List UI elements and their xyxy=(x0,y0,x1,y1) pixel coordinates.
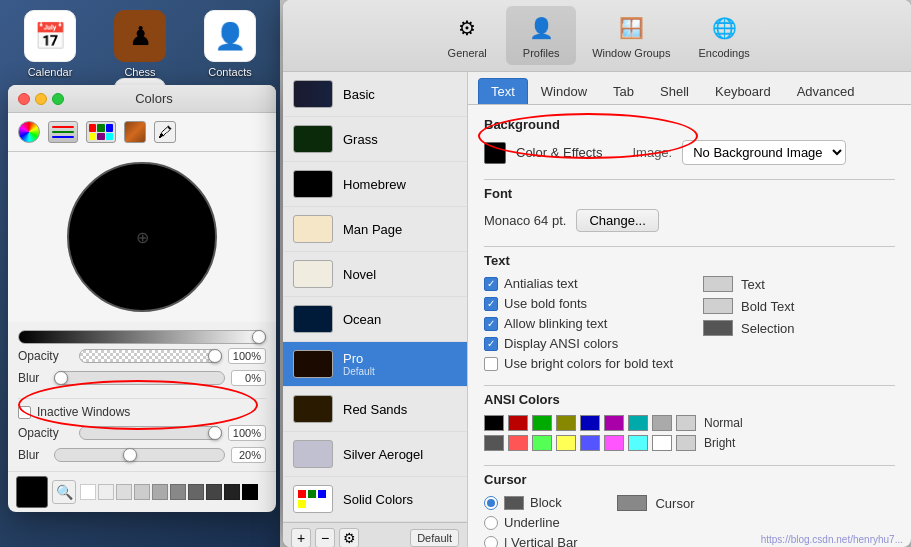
color-wheel-circle[interactable]: ⊕ xyxy=(67,162,217,312)
inactive-blur-thumb[interactable] xyxy=(123,448,137,462)
antialias-checkbox[interactable] xyxy=(484,277,498,291)
color-swatch[interactable] xyxy=(98,484,114,500)
main-slider-track[interactable] xyxy=(18,330,266,344)
image-palette-button[interactable] xyxy=(124,121,146,143)
close-button[interactable] xyxy=(18,93,30,105)
tab-general[interactable]: ⚙ General xyxy=(432,6,502,65)
ansi-bright-7[interactable] xyxy=(652,435,672,451)
profile-item-redsands[interactable]: Red Sands xyxy=(283,387,467,432)
add-profile-button[interactable]: + xyxy=(291,528,311,547)
blinking-label: Allow blinking text xyxy=(504,316,607,331)
bg-color-effects-label[interactable]: Color & Effects xyxy=(516,145,602,160)
ansi-checkbox[interactable] xyxy=(484,337,498,351)
color-swatch[interactable] xyxy=(188,484,204,500)
ansi-normal-8[interactable] xyxy=(676,415,696,431)
color-swatch[interactable] xyxy=(116,484,132,500)
blur-value: 0% xyxy=(231,370,266,386)
inactive-blur-label: Blur xyxy=(18,448,48,462)
settings-tab-advanced[interactable]: Advanced xyxy=(784,78,868,104)
tab-encodings[interactable]: 🌐 Encodings xyxy=(686,6,761,65)
ansi-normal-6[interactable] xyxy=(628,415,648,431)
color-swatches-grid xyxy=(80,484,268,500)
bright-checkbox[interactable] xyxy=(484,357,498,371)
ansi-bright-8[interactable] xyxy=(676,435,696,451)
ansi-bright-4[interactable] xyxy=(580,435,600,451)
ansi-normal-0[interactable] xyxy=(484,415,504,431)
profile-name-solidcolors: Solid Colors xyxy=(343,492,413,507)
profile-item-ocean[interactable]: Ocean xyxy=(283,297,467,342)
cursor-block-radio[interactable] xyxy=(484,496,498,510)
color-swatch[interactable] xyxy=(224,484,240,500)
opacity-slider-track[interactable] xyxy=(79,349,222,363)
cursor-vbar-radio[interactable] xyxy=(484,536,498,548)
ansi-normal-3[interactable] xyxy=(556,415,576,431)
font-section-title: Font xyxy=(484,186,895,201)
profile-item-silveraerogel[interactable]: Silver Aerogel xyxy=(283,432,467,477)
remove-profile-button[interactable]: − xyxy=(315,528,335,547)
crayon-button[interactable]: 🖍 xyxy=(154,121,176,143)
desktop-icon-contacts[interactable]: 👤 Contacts xyxy=(190,10,270,78)
profile-item-solidcolors[interactable]: Solid Colors xyxy=(283,477,467,522)
inactive-opacity-track[interactable] xyxy=(79,426,222,440)
color-swatch[interactable] xyxy=(134,484,150,500)
desktop-icon-calendar[interactable]: 📅 Calendar xyxy=(10,10,90,78)
settings-tab-tab[interactable]: Tab xyxy=(600,78,647,104)
current-color-swatch[interactable] xyxy=(16,476,48,508)
color-swatch[interactable] xyxy=(206,484,222,500)
blur-slider-track[interactable] xyxy=(54,371,225,385)
settings-tab-shell[interactable]: Shell xyxy=(647,78,702,104)
chess-label: Chess xyxy=(124,66,155,78)
ansi-bright-0[interactable] xyxy=(484,435,504,451)
ansi-bright-3[interactable] xyxy=(556,435,576,451)
ansi-bright-2[interactable] xyxy=(532,435,552,451)
bg-image-select[interactable]: No Background Image xyxy=(682,140,846,165)
ansi-normal-2[interactable] xyxy=(532,415,552,431)
profile-thumbnail-ocean xyxy=(293,305,333,333)
color-sliders-button[interactable] xyxy=(48,121,78,143)
cursor-underline-radio[interactable] xyxy=(484,516,498,530)
color-palettes-button[interactable] xyxy=(86,121,116,143)
tab-window-groups[interactable]: 🪟 Window Groups xyxy=(580,6,682,65)
ansi-bright-1[interactable] xyxy=(508,435,528,451)
settings-tab-text[interactable]: Text xyxy=(478,78,528,104)
profile-item-novel[interactable]: Novel xyxy=(283,252,467,297)
bold-color-swatch[interactable] xyxy=(703,298,733,314)
ansi-normal-7[interactable] xyxy=(652,415,672,431)
tab-profiles[interactable]: 👤 Profiles xyxy=(506,6,576,65)
blinking-checkbox[interactable] xyxy=(484,317,498,331)
bold-fonts-checkbox[interactable] xyxy=(484,297,498,311)
color-swatch-black[interactable] xyxy=(242,484,258,500)
profile-item-manpage[interactable]: Man Page xyxy=(283,207,467,252)
desktop-icon-chess[interactable]: ♟ Chess xyxy=(100,10,180,78)
cursor-color-swatch[interactable] xyxy=(617,495,647,511)
color-wheel-button[interactable] xyxy=(18,121,40,143)
ansi-normal-4[interactable] xyxy=(580,415,600,431)
inactive-windows-checkbox[interactable] xyxy=(18,406,31,419)
background-row: Color & Effects Image: No Background Ima… xyxy=(484,140,895,165)
profile-item-basic[interactable]: Basic xyxy=(283,72,467,117)
eyedropper-button[interactable]: 🔍 xyxy=(52,480,76,504)
change-font-button[interactable]: Change... xyxy=(576,209,658,232)
profile-item-grass[interactable]: Grass xyxy=(283,117,467,162)
profile-item-homebrew[interactable]: Homebrew xyxy=(283,162,467,207)
default-profile-button[interactable]: Default xyxy=(410,529,459,547)
ansi-normal-5[interactable] xyxy=(604,415,624,431)
ansi-bright-6[interactable] xyxy=(628,435,648,451)
bg-color-swatch[interactable] xyxy=(484,142,506,164)
opacity-slider-thumb[interactable] xyxy=(208,349,222,363)
settings-tab-window[interactable]: Window xyxy=(528,78,600,104)
text-color-swatch[interactable] xyxy=(703,276,733,292)
color-swatch[interactable] xyxy=(152,484,168,500)
gear-profile-button[interactable]: ⚙ xyxy=(339,528,359,547)
blur-slider-thumb[interactable] xyxy=(54,371,68,385)
color-swatch-white[interactable] xyxy=(80,484,96,500)
profile-item-pro[interactable]: Pro Default xyxy=(283,342,467,387)
ansi-normal-1[interactable] xyxy=(508,415,528,431)
selection-color-swatch[interactable] xyxy=(703,320,733,336)
color-swatch[interactable] xyxy=(170,484,186,500)
inactive-opacity-thumb[interactable] xyxy=(208,426,222,440)
inactive-blur-track[interactable] xyxy=(54,448,225,462)
settings-tab-keyboard[interactable]: Keyboard xyxy=(702,78,784,104)
ansi-bright-5[interactable] xyxy=(604,435,624,451)
main-slider-thumb[interactable] xyxy=(252,330,266,344)
